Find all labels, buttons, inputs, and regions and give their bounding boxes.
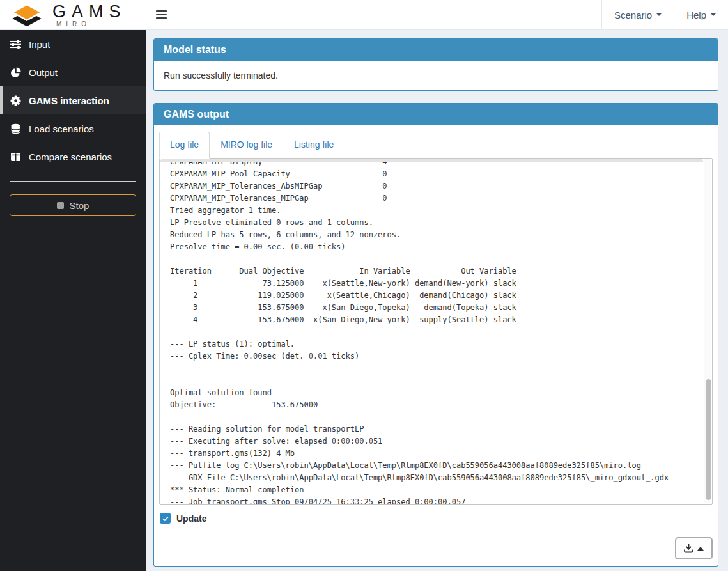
log-vertical-scrollbar[interactable]	[704, 159, 711, 503]
download-icon	[684, 544, 693, 553]
tab-miro-log-file[interactable]: MIRO log file	[210, 132, 283, 158]
pie-chart-icon	[10, 67, 21, 78]
chevron-down-icon	[711, 13, 716, 16]
logo-brand-text: GAMS	[52, 3, 127, 20]
gear-icon	[10, 95, 21, 106]
model-status-message: Run successfully terminated.	[154, 61, 718, 90]
help-menu[interactable]: Help	[674, 0, 728, 29]
sidebar-item-label: Compare scenarios	[29, 152, 112, 162]
sidebar-item-input[interactable]: Input	[0, 30, 146, 58]
stop-square-icon	[57, 202, 64, 209]
download-log-button[interactable]	[675, 537, 713, 559]
tab-log-file[interactable]: Log file	[159, 132, 210, 159]
log-top-scroll-strip	[160, 159, 703, 162]
sidebar-item-gams-interaction[interactable]: GAMS interaction	[0, 86, 146, 114]
update-checkbox[interactable]	[160, 513, 171, 524]
scenario-menu-label: Scenario	[614, 10, 652, 20]
log-output-area[interactable]: CPXPARAM_MIP_Display 4 CPXPARAM_MIP_Pool…	[159, 158, 713, 505]
sidebar-item-label: Load scenarios	[29, 123, 94, 134]
model-status-panel: Model status Run successfully terminated…	[153, 38, 718, 91]
sidebar-item-output[interactable]: Output	[0, 58, 146, 86]
sidebar-item-label: GAMS interaction	[29, 95, 109, 106]
chevron-down-icon	[656, 13, 662, 16]
sidebar-item-load-scenarios[interactable]: Load scenarios	[0, 114, 146, 143]
gams-output-panel: GAMS output Log file MIRO log file Listi…	[153, 103, 718, 567]
logo-sub-text: MIRO	[52, 21, 127, 27]
database-icon	[10, 123, 21, 134]
tab-listing-file[interactable]: Listing file	[283, 132, 345, 158]
stop-button[interactable]: Stop	[10, 194, 136, 216]
sidebar-item-label: Output	[29, 67, 58, 78]
gams-output-tabs: Log file MIRO log file Listing file	[159, 132, 713, 158]
top-bar: GAMS MIRO Scenario Help	[0, 0, 728, 30]
gams-logo-icon	[10, 3, 43, 29]
sidebar-divider	[10, 181, 136, 182]
app-logo: GAMS MIRO	[0, 0, 146, 30]
model-status-title: Model status	[154, 39, 718, 61]
scenario-menu[interactable]: Scenario	[601, 0, 674, 29]
sidebar: Input Output GAMS interaction	[0, 30, 146, 571]
sidebar-toggle-icon[interactable]	[146, 0, 176, 29]
columns-icon	[10, 152, 21, 162]
log-text: CPXPARAM_MIP_Display 4 CPXPARAM_MIP_Pool…	[160, 158, 712, 505]
main-content: Model status Run successfully terminated…	[146, 30, 728, 571]
sidebar-item-label: Input	[29, 39, 50, 50]
update-checkbox-row[interactable]: Update	[160, 513, 713, 524]
sidebar-item-compare-scenarios[interactable]: Compare scenarios	[0, 143, 146, 171]
stop-button-label: Stop	[70, 200, 89, 211]
check-icon	[162, 515, 169, 522]
scrollbar-thumb[interactable]	[706, 379, 711, 499]
gams-output-title: GAMS output	[154, 104, 718, 125]
chevron-up-icon	[697, 547, 704, 551]
update-checkbox-label: Update	[176, 513, 206, 524]
top-nav: Scenario Help	[601, 0, 728, 29]
help-menu-label: Help	[686, 10, 706, 20]
sliders-icon	[10, 39, 21, 50]
